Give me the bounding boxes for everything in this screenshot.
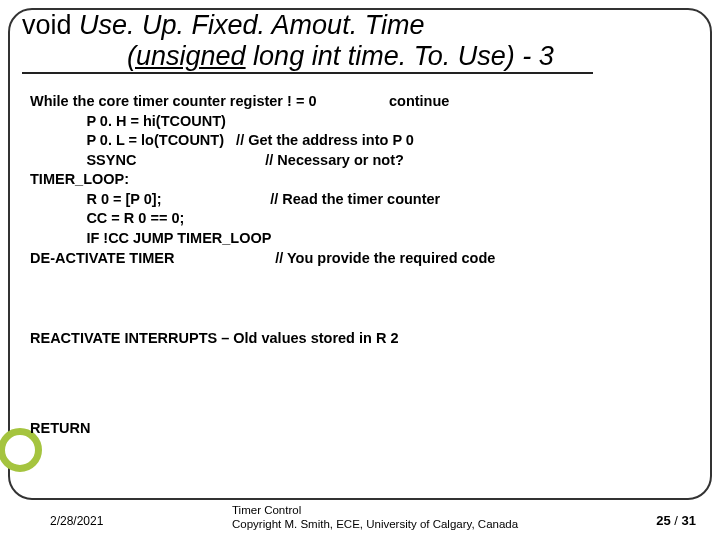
code-line: TIMER_LOOP: (30, 170, 700, 190)
title-signature-rest: long int time. To. Use) - 3 (246, 41, 554, 71)
footer-title: Timer Control (232, 504, 518, 518)
page-sep: / (671, 513, 682, 528)
page-current: 25 (656, 513, 670, 528)
code-line: P 0. L = lo(TCOUNT) // Get the address i… (30, 131, 700, 151)
code-line: CC = R 0 == 0; (30, 209, 700, 229)
code-line: DE-ACTIVATE TIMER // You provide the req… (30, 249, 700, 269)
reactivate-note: REACTIVATE INTERRUPTS – Old values store… (30, 330, 398, 346)
code-line: R 0 = [P 0]; // Read the timer counter (30, 190, 700, 210)
page-total: 31 (682, 513, 696, 528)
title-keyword: (unsigned (127, 41, 246, 71)
code-line: continue (389, 93, 449, 109)
code-line: SSYNC // Necessary or not? (30, 151, 700, 171)
title-void: void (22, 10, 79, 40)
footer-page: 25 / 31 (656, 513, 696, 528)
code-line: IF !CC JUMP TIMER_LOOP (30, 229, 700, 249)
footer-date: 2/28/2021 (50, 514, 103, 528)
footer-copyright: Copyright M. Smith, ECE, University of C… (232, 518, 518, 532)
code-line: P 0. H = hi(TCOUNT) (30, 112, 700, 132)
title-funcname: Use. Up. Fixed. Amout. Time (79, 10, 424, 40)
return-note: RETURN (30, 420, 90, 436)
code-block: While the core timer counter register ! … (30, 92, 700, 268)
slide-title: void Use. Up. Fixed. Amout. Time (unsign… (22, 10, 698, 74)
code-line: While the core timer counter register ! … (30, 93, 316, 109)
footer-center: Timer Control Copyright M. Smith, ECE, U… (232, 504, 518, 532)
